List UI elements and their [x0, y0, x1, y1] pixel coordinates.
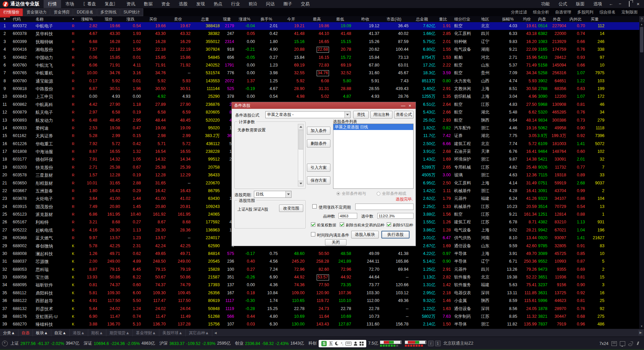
table-row[interactable]: 3600399抚顺特钢R6.6816.281.0216.2816.2935501…	[0, 38, 639, 46]
back-icon[interactable]: ←	[606, 0, 615, 8]
table-row[interactable]: 34688095福昕软件K0.8174.370.6074.3774.791739…	[0, 281, 639, 289]
header-col-current-vol[interactable]: 现量	[220, 16, 234, 22]
bolt-icon[interactable]	[636, 342, 641, 346]
updown-checkbox-label[interactable]: 使用涨跌不定周期	[319, 205, 351, 210]
params-scroll-down-icon[interactable]	[298, 181, 303, 186]
header-col-open[interactable]: 今开	[278, 16, 305, 22]
scrollbar-thumb[interactable]	[640, 27, 643, 52]
minimize-icon[interactable]: −	[615, 0, 625, 8]
index-quote-创业[interactable]: 创业2336.84-58.32-2.43%1643亿	[235, 341, 304, 346]
punctuation-mode[interactable]: °,	[341, 342, 343, 346]
toolbar-tab-DDE排名[interactable]: DDE排名	[73, 8, 97, 16]
forward-adjust-label[interactable]: 前复权数据	[317, 223, 336, 228]
formula-combobox[interactable]: 早晨之星选股 -	[265, 111, 351, 118]
period-combobox[interactable]: 日线	[254, 191, 291, 198]
table-row[interactable]: 39688270臻镭科技K3.88136.705.10136.70137.281…	[0, 320, 639, 328]
vertical-scrollbar[interactable]: ? ▲ ▼	[639, 16, 644, 329]
menu-item-选项[interactable]: 选项	[589, 0, 606, 8]
remove-untraded-checkbox[interactable]	[340, 222, 344, 227]
table-row[interactable]: 36688122西部超导K4.91117.505.50117.47117.508…	[0, 297, 639, 305]
table-row[interactable]: 9600818中路股份R6.8730.511.9630.5030.5111114…	[0, 85, 639, 93]
time-range-label[interactable]: 时间段内满足条件	[317, 232, 349, 238]
scroll-down-icon[interactable]: ▼	[639, 324, 644, 329]
header-col-volume[interactable]: 总量	[191, 16, 220, 22]
user-icon[interactable]	[354, 342, 358, 346]
chevron-down-icon[interactable]	[285, 191, 291, 198]
table-row[interactable]: 30688008澜起科技K1.2649.710.6249.6549.718481…	[0, 250, 639, 258]
menu-item-数据[interactable]: 数据	[140, 0, 157, 8]
header-col-high[interactable]: 最高	[305, 16, 329, 22]
header-col-io-ratio[interactable]: 内外比	[566, 16, 585, 22]
table-row[interactable]: 35688112鼎阳科技K5.81109.306.00109.30109.452…	[0, 289, 639, 297]
save-scheme-button[interactable]: 保存方案	[307, 176, 330, 184]
header-col-avg-price[interactable]: 均价	[517, 16, 537, 22]
satellite-icon[interactable]	[628, 342, 633, 346]
menu-item-前沿[interactable]: 前沿	[244, 0, 262, 8]
dialog-close-icon[interactable]: ×	[407, 103, 413, 108]
pick-into-block-button[interactable]: 选股入板块	[351, 231, 379, 238]
sci-index-label[interactable]: 科创	[308, 341, 317, 346]
menu-item-复盘〗[interactable]: 复盘〗	[100, 0, 122, 8]
market-tab-港股[interactable]: 港股▲	[70, 329, 88, 337]
header-col-industry[interactable]: 细分行业	[451, 16, 478, 22]
station-badge[interactable]: 1	[435, 341, 441, 346]
apps-grid-icon[interactable]	[360, 342, 364, 346]
toolbar-action-定制版面[interactable]: 定制版面	[619, 9, 641, 15]
header-col-change-pct[interactable]: 涨幅%	[76, 16, 97, 22]
market-tab-分类[interactable]: 分类▲	[0, 329, 18, 337]
market-tab-自定[interactable]: 自定▲	[51, 329, 70, 337]
find-button[interactable]: 查找	[353, 111, 369, 119]
header-col-code[interactable]: 代码	[9, 16, 32, 22]
ime-logo-icon[interactable]: S	[321, 341, 327, 346]
header-col-turnover[interactable]: 换手%	[255, 16, 278, 22]
dialog-title-bar[interactable]: 条件选股 — ×	[232, 102, 416, 109]
moon-icon[interactable]	[335, 342, 339, 345]
table-row[interactable]: 7600765中航重机R10.0034.763.1634.76--5315747…	[0, 69, 639, 77]
menu-item-〖看盘[interactable]: 〖看盘	[78, 0, 100, 8]
condition-listbox[interactable]: 早晨之星选股 日线	[333, 124, 414, 189]
header-col-vol-ratio[interactable]: 量比	[435, 16, 451, 22]
table-row[interactable]: 32688053思科瑞K8.8779.156.4579.1579.1915828…	[0, 266, 639, 273]
ime-mode[interactable]: 五	[329, 341, 333, 347]
header-col-bid[interactable]: 买价	[141, 16, 166, 22]
forward-adjust-checkbox[interactable]	[311, 222, 315, 227]
header-col-price[interactable]: 现价	[97, 16, 120, 22]
params-scroll-thumb[interactable]	[299, 130, 304, 149]
menu-item-功能[interactable]: 功能	[537, 0, 554, 8]
market-tab-期货现货[interactable]: 期货现货▲	[106, 329, 133, 337]
table-row[interactable]: 4600416湘电股份R7.5722.181.5622.1822.1930792…	[0, 46, 639, 53]
toolbar-action-自选管理[interactable]: 自选管理	[552, 9, 574, 15]
header-col-change[interactable]: 涨跌	[120, 16, 141, 22]
close-button[interactable]: 关闭	[325, 239, 346, 246]
table-row[interactable]: 33688058宝兰德K13.9350.866.2250.6750.862158…	[0, 273, 639, 281]
header-col-prev-close[interactable]: 昨收	[351, 16, 379, 22]
market-tab-板块[interactable]: 板块▲	[33, 329, 51, 337]
table-row[interactable]: 5600482中国动力R0.0615.850.0115.8515.8654845…	[0, 54, 639, 61]
header-col-amplitude[interactable]: 振幅%	[498, 16, 517, 22]
header-col-ask[interactable]: 卖价	[166, 16, 191, 22]
market-tab-基金理财[interactable]: 基金理财▲	[133, 329, 159, 337]
toolbar-tab-资金驱动力[interactable]: 资金驱动力	[23, 8, 50, 16]
header-col-badge[interactable]: •	[70, 16, 76, 22]
restore-icon[interactable]	[625, 0, 634, 8]
keypad-icon[interactable]	[611, 341, 617, 346]
toolbar-tab-资金博弈[interactable]: 资金博弈	[50, 8, 73, 16]
menu-item-资讯[interactable]: 资讯	[122, 0, 140, 8]
market-tab-期权[interactable]: 期权▲	[88, 329, 107, 337]
ime-toolbar[interactable]: S 五 °,	[319, 340, 366, 347]
table-row[interactable]: 6600760中航沈飞R6.0671.914.1171.9171.9224025…	[0, 61, 639, 69]
index-quote-上证[interactable]: 上证2977.56-61.37-2.02%3947亿	[10, 341, 79, 346]
header-col-outer-vol[interactable]: 外盘	[547, 16, 566, 22]
dialog-minimize-icon[interactable]: —	[400, 103, 407, 108]
help-icon[interactable]: ?	[639, 16, 644, 22]
tab-scroll-right-icon[interactable]: ▶	[638, 330, 643, 336]
view-formula-button[interactable]: 查看公式	[394, 111, 414, 119]
toolbar-action-多股同列[interactable]: 多股同列	[574, 9, 596, 15]
remove-st-label[interactable]: 剔除ST品种	[393, 223, 413, 228]
menu-item-行情[interactable]: 行情	[44, 0, 61, 8]
menu-item-行业[interactable]: 行业	[227, 0, 244, 8]
updown-period-input[interactable]	[355, 204, 414, 210]
index-quote-深证[interactable]: 深证10694.6-224.36-2.05%4863亿	[84, 341, 155, 346]
change-range-button[interactable]: 改变范围	[279, 205, 303, 212]
remove-st-checkbox[interactable]	[387, 222, 391, 227]
